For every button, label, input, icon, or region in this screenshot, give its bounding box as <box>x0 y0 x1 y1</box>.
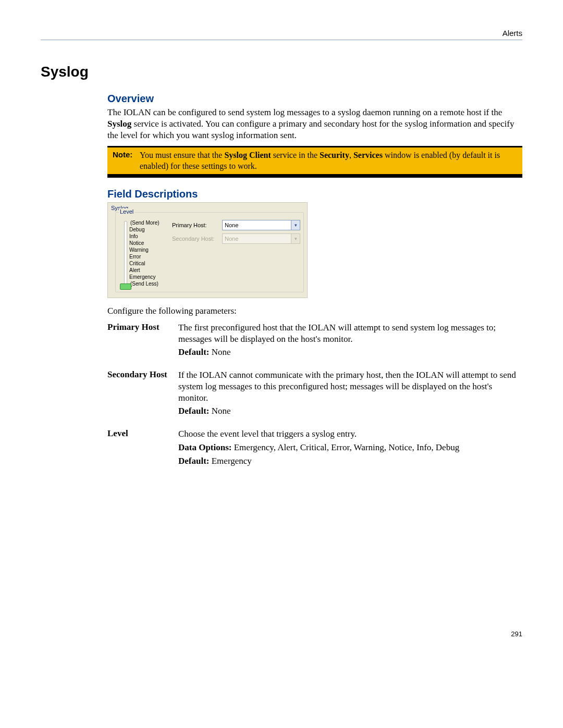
level-group: Level (Send More) Debug Info Notice Warn… <box>115 212 304 292</box>
level-option: Error <box>130 254 169 260</box>
param-term: Level <box>107 428 178 468</box>
overview-paragraph: The IOLAN can be configured to send syst… <box>107 107 522 141</box>
level-option: Emergency <box>130 274 169 280</box>
secondary-host-label: Secondary Host: <box>172 236 218 242</box>
chevron-down-icon: ▾ <box>291 220 300 230</box>
note-label: Note: <box>113 150 140 171</box>
slider-thumb[interactable] <box>120 283 131 290</box>
param-term: Primary Host <box>107 322 178 360</box>
panel-outer-label: Syslog <box>111 205 304 211</box>
level-option: Critical <box>130 261 169 266</box>
level-group-legend: Level <box>119 208 134 215</box>
primary-host-value: None <box>225 222 238 228</box>
breadcrumb: Alerts <box>503 29 522 38</box>
level-slider[interactable]: (Send More) Debug Info Notice Warning Er… <box>119 220 169 288</box>
primary-host-label: Primary Host: <box>172 222 218 228</box>
param-row-level: Level Choose the event level that trigge… <box>107 428 522 468</box>
param-row-primary-host: Primary Host The first preconfigured hos… <box>107 322 522 360</box>
level-option: Info <box>130 233 169 239</box>
param-def: If the IOLAN cannot communicate with the… <box>178 369 522 419</box>
level-option: Alert <box>130 267 169 273</box>
page-number: 291 <box>41 630 522 638</box>
param-term: Secondary Host <box>107 369 178 419</box>
level-option: Debug <box>130 227 169 232</box>
param-def: The first preconfigured host that the IO… <box>178 322 522 360</box>
send-less-label: (Send Less) <box>130 281 169 287</box>
note-box: Note: You must ensure that the Syslog Cl… <box>107 146 522 178</box>
param-row-secondary-host: Secondary Host If the IOLAN cannot commu… <box>107 369 522 419</box>
param-def: Choose the event level that triggers a s… <box>178 428 522 468</box>
slider-track <box>124 221 127 287</box>
syslog-config-panel: Syslog Level (Send More) Debug Info Noti… <box>107 202 308 298</box>
level-option: Warning <box>130 247 169 253</box>
page-title: Syslog <box>41 64 522 80</box>
secondary-host-select: None ▾ <box>222 233 300 244</box>
secondary-host-value: None <box>225 236 238 242</box>
send-more-label: (Send More) <box>130 220 169 226</box>
divider <box>41 40 522 40</box>
chevron-down-icon: ▾ <box>291 234 300 243</box>
primary-host-select[interactable]: None ▾ <box>222 220 300 230</box>
config-intro: Configure the following parameters: <box>107 305 522 317</box>
field-descriptions-heading: Field Descriptions <box>107 188 522 200</box>
note-body: You must ensure that the Syslog Client s… <box>140 150 517 171</box>
overview-heading: Overview <box>107 93 522 105</box>
level-option: Notice <box>130 240 169 246</box>
